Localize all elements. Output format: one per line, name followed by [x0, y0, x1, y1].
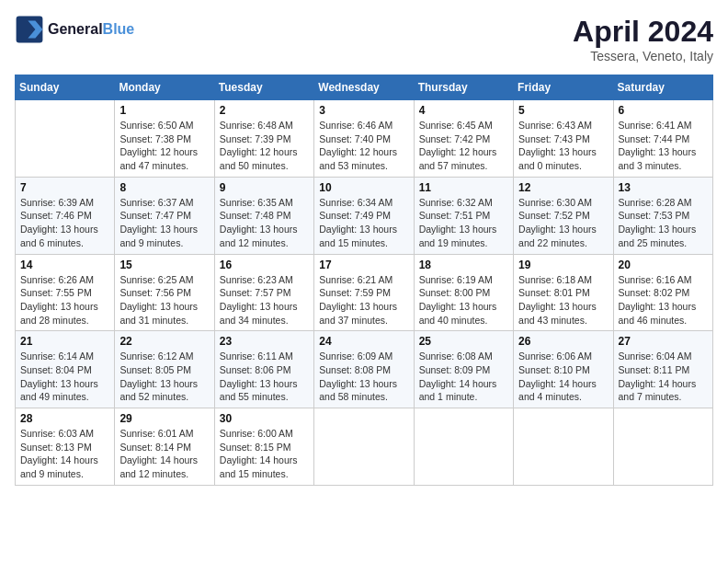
day-number: 10 [319, 181, 408, 194]
day-number: 18 [419, 259, 508, 271]
weekday-header-cell: Friday [514, 75, 613, 100]
day-info: Sunrise: 6:03 AM Sunset: 8:13 PM Dayligh… [20, 427, 109, 481]
day-number: 29 [119, 412, 209, 425]
calendar-week-row: 7Sunrise: 6:39 AM Sunset: 7:46 PM Daylig… [16, 177, 713, 254]
logo-text: GeneralBlue [48, 20, 134, 38]
day-number: 7 [20, 181, 109, 194]
day-info: Sunrise: 6:23 AM Sunset: 7:57 PM Dayligh… [220, 273, 309, 327]
calendar-day-cell: 19Sunrise: 6:18 AM Sunset: 8:01 PM Dayli… [514, 254, 613, 331]
day-info: Sunrise: 6:00 AM Sunset: 8:15 PM Dayligh… [220, 427, 309, 481]
calendar-week-row: 28Sunrise: 6:03 AM Sunset: 8:13 PM Dayli… [16, 408, 713, 486]
calendar-day-cell: 27Sunrise: 6:04 AM Sunset: 8:11 PM Dayli… [613, 331, 712, 408]
page-header: GeneralBlue April 2024 Tessera, Veneto, … [15, 15, 713, 63]
day-number: 30 [220, 412, 309, 425]
calendar-day-cell: 2Sunrise: 6:48 AM Sunset: 7:39 PM Daylig… [214, 100, 313, 178]
calendar-day-cell: 1Sunrise: 6:50 AM Sunset: 7:38 PM Daylig… [115, 100, 214, 178]
calendar-day-cell: 7Sunrise: 6:39 AM Sunset: 7:46 PM Daylig… [16, 177, 115, 254]
day-info: Sunrise: 6:04 AM Sunset: 8:11 PM Dayligh… [619, 350, 708, 404]
calendar-day-cell: 15Sunrise: 6:25 AM Sunset: 7:56 PM Dayli… [115, 254, 214, 331]
logo-icon [15, 15, 44, 44]
day-info: Sunrise: 6:41 AM Sunset: 7:44 PM Dayligh… [619, 119, 708, 173]
weekday-header-row: SundayMondayTuesdayWednesdayThursdayFrid… [16, 75, 713, 100]
calendar-day-cell: 11Sunrise: 6:32 AM Sunset: 7:51 PM Dayli… [414, 177, 513, 254]
day-info: Sunrise: 6:30 AM Sunset: 7:52 PM Dayligh… [518, 196, 608, 250]
location-subtitle: Tessera, Veneto, Italy [573, 49, 713, 63]
day-number: 5 [518, 104, 608, 117]
day-info: Sunrise: 6:18 AM Sunset: 8:01 PM Dayligh… [518, 273, 608, 327]
calendar-day-cell [16, 100, 115, 178]
calendar-day-cell [314, 408, 414, 486]
title-block: April 2024 Tessera, Veneto, Italy [573, 15, 713, 63]
day-number: 14 [20, 259, 109, 271]
day-info: Sunrise: 6:16 AM Sunset: 8:02 PM Dayligh… [619, 273, 708, 327]
day-number: 27 [619, 335, 708, 348]
calendar-day-cell: 6Sunrise: 6:41 AM Sunset: 7:44 PM Daylig… [613, 100, 712, 178]
calendar-day-cell: 16Sunrise: 6:23 AM Sunset: 7:57 PM Dayli… [214, 254, 313, 331]
calendar-day-cell: 4Sunrise: 6:45 AM Sunset: 7:42 PM Daylig… [414, 100, 513, 178]
day-number: 13 [619, 181, 708, 194]
calendar-day-cell: 24Sunrise: 6:09 AM Sunset: 8:08 PM Dayli… [314, 331, 414, 408]
calendar-day-cell: 14Sunrise: 6:26 AM Sunset: 7:55 PM Dayli… [16, 254, 115, 331]
day-number: 12 [518, 181, 608, 194]
calendar-day-cell: 3Sunrise: 6:46 AM Sunset: 7:40 PM Daylig… [314, 100, 414, 178]
calendar-day-cell: 17Sunrise: 6:21 AM Sunset: 7:59 PM Dayli… [314, 254, 414, 331]
calendar-day-cell [613, 408, 712, 486]
day-number: 20 [619, 259, 708, 271]
day-number: 1 [119, 104, 209, 117]
day-number: 6 [619, 104, 708, 117]
day-info: Sunrise: 6:19 AM Sunset: 8:00 PM Dayligh… [419, 273, 508, 327]
calendar-day-cell: 28Sunrise: 6:03 AM Sunset: 8:13 PM Dayli… [16, 408, 115, 486]
calendar-day-cell: 8Sunrise: 6:37 AM Sunset: 7:47 PM Daylig… [115, 177, 214, 254]
day-number: 4 [419, 104, 508, 117]
calendar-week-row: 1Sunrise: 6:50 AM Sunset: 7:38 PM Daylig… [16, 100, 713, 178]
day-info: Sunrise: 6:50 AM Sunset: 7:38 PM Dayligh… [119, 119, 209, 173]
calendar-day-cell: 18Sunrise: 6:19 AM Sunset: 8:00 PM Dayli… [414, 254, 513, 331]
calendar-day-cell: 22Sunrise: 6:12 AM Sunset: 8:05 PM Dayli… [115, 331, 214, 408]
calendar-table: SundayMondayTuesdayWednesdayThursdayFrid… [15, 75, 713, 486]
day-info: Sunrise: 6:08 AM Sunset: 8:09 PM Dayligh… [419, 350, 508, 404]
day-number: 15 [119, 259, 209, 271]
day-info: Sunrise: 6:06 AM Sunset: 8:10 PM Dayligh… [518, 350, 608, 404]
day-info: Sunrise: 6:45 AM Sunset: 7:42 PM Dayligh… [419, 119, 508, 173]
day-number: 8 [119, 181, 209, 194]
day-info: Sunrise: 6:39 AM Sunset: 7:46 PM Dayligh… [20, 196, 109, 250]
calendar-day-cell: 5Sunrise: 6:43 AM Sunset: 7:43 PM Daylig… [514, 100, 613, 178]
day-info: Sunrise: 6:48 AM Sunset: 7:39 PM Dayligh… [220, 119, 309, 173]
calendar-day-cell: 26Sunrise: 6:06 AM Sunset: 8:10 PM Dayli… [514, 331, 613, 408]
calendar-day-cell: 23Sunrise: 6:11 AM Sunset: 8:06 PM Dayli… [214, 331, 313, 408]
calendar-day-cell: 30Sunrise: 6:00 AM Sunset: 8:15 PM Dayli… [214, 408, 313, 486]
month-title: April 2024 [573, 15, 713, 49]
day-number: 3 [319, 104, 408, 117]
weekday-header-cell: Saturday [613, 75, 712, 100]
day-info: Sunrise: 6:11 AM Sunset: 8:06 PM Dayligh… [220, 350, 309, 404]
calendar-body: 1Sunrise: 6:50 AM Sunset: 7:38 PM Daylig… [16, 100, 713, 486]
day-number: 21 [20, 335, 109, 348]
day-info: Sunrise: 6:34 AM Sunset: 7:49 PM Dayligh… [319, 196, 408, 250]
day-number: 11 [419, 181, 508, 194]
calendar-day-cell: 21Sunrise: 6:14 AM Sunset: 8:04 PM Dayli… [16, 331, 115, 408]
day-number: 9 [220, 181, 309, 194]
day-info: Sunrise: 6:25 AM Sunset: 7:56 PM Dayligh… [119, 273, 209, 327]
day-info: Sunrise: 6:32 AM Sunset: 7:51 PM Dayligh… [419, 196, 508, 250]
day-number: 23 [220, 335, 309, 348]
calendar-day-cell [414, 408, 513, 486]
weekday-header-cell: Tuesday [214, 75, 313, 100]
calendar-day-cell: 20Sunrise: 6:16 AM Sunset: 8:02 PM Dayli… [613, 254, 712, 331]
day-info: Sunrise: 6:37 AM Sunset: 7:47 PM Dayligh… [119, 196, 209, 250]
weekday-header-cell: Wednesday [314, 75, 414, 100]
day-info: Sunrise: 6:28 AM Sunset: 7:53 PM Dayligh… [619, 196, 708, 250]
day-info: Sunrise: 6:01 AM Sunset: 8:14 PM Dayligh… [119, 427, 209, 481]
calendar-day-cell: 25Sunrise: 6:08 AM Sunset: 8:09 PM Dayli… [414, 331, 513, 408]
logo: GeneralBlue [15, 15, 134, 44]
day-info: Sunrise: 6:21 AM Sunset: 7:59 PM Dayligh… [319, 273, 408, 327]
day-number: 17 [319, 259, 408, 271]
day-number: 16 [220, 259, 309, 271]
day-info: Sunrise: 6:12 AM Sunset: 8:05 PM Dayligh… [119, 350, 209, 404]
calendar-day-cell: 12Sunrise: 6:30 AM Sunset: 7:52 PM Dayli… [514, 177, 613, 254]
day-info: Sunrise: 6:09 AM Sunset: 8:08 PM Dayligh… [319, 350, 408, 404]
calendar-day-cell: 13Sunrise: 6:28 AM Sunset: 7:53 PM Dayli… [613, 177, 712, 254]
day-info: Sunrise: 6:43 AM Sunset: 7:43 PM Dayligh… [518, 119, 608, 173]
weekday-header-cell: Monday [115, 75, 214, 100]
day-number: 22 [119, 335, 209, 348]
day-number: 28 [20, 412, 109, 425]
